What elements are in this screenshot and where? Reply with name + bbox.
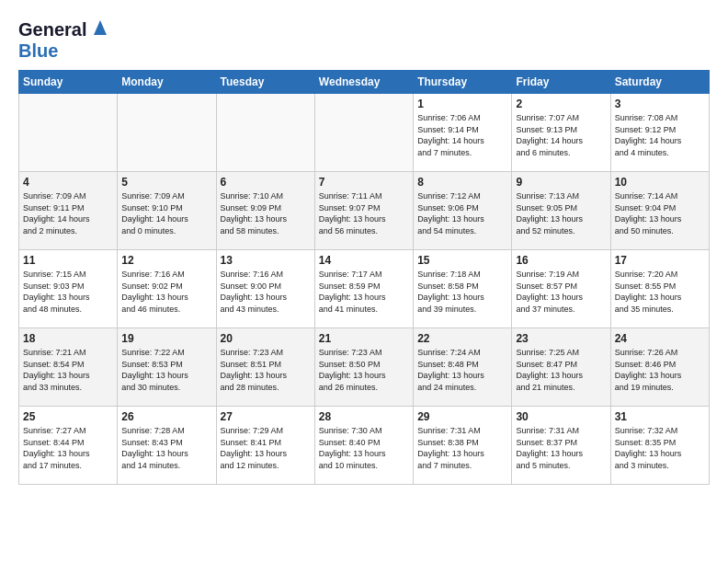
calendar-table: SundayMondayTuesdayWednesdayThursdayFrid… [18,70,710,485]
logo-general: General [18,19,86,40]
day-number: 2 [516,98,606,110]
day-cell: 11Sunrise: 7:15 AM Sunset: 9:03 PM Dayli… [19,250,118,328]
day-cell: 5Sunrise: 7:09 AM Sunset: 9:10 PM Daylig… [118,172,216,250]
day-number: 9 [516,176,606,189]
day-number: 21 [319,332,409,345]
day-number: 30 [516,410,606,423]
day-info: Sunrise: 7:21 AM Sunset: 8:54 PM Dayligh… [23,347,113,393]
day-cell: 3Sunrise: 7:08 AM Sunset: 9:12 PM Daylig… [610,94,709,172]
day-number: 19 [121,332,211,345]
day-info: Sunrise: 7:06 AM Sunset: 9:14 PM Dayligh… [417,112,507,158]
day-cell: 30Sunrise: 7:31 AM Sunset: 8:37 PM Dayli… [512,407,610,485]
week-row-3: 11Sunrise: 7:15 AM Sunset: 9:03 PM Dayli… [19,250,710,328]
day-info: Sunrise: 7:28 AM Sunset: 8:43 PM Dayligh… [121,425,211,471]
day-info: Sunrise: 7:14 AM Sunset: 9:04 PM Dayligh… [615,190,705,236]
logo-blue: Blue [18,40,110,61]
weekday-header-tuesday: Tuesday [216,71,314,94]
day-number: 16 [516,254,606,267]
day-cell: 17Sunrise: 7:20 AM Sunset: 8:55 PM Dayli… [610,250,709,328]
day-info: Sunrise: 7:13 AM Sunset: 9:05 PM Dayligh… [516,190,606,236]
day-number: 5 [121,176,211,189]
day-cell: 29Sunrise: 7:31 AM Sunset: 8:38 PM Dayli… [414,407,512,485]
day-info: Sunrise: 7:27 AM Sunset: 8:44 PM Dayligh… [23,425,113,471]
day-cell: 10Sunrise: 7:14 AM Sunset: 9:04 PM Dayli… [610,172,709,250]
day-cell: 14Sunrise: 7:17 AM Sunset: 8:59 PM Dayli… [314,250,413,328]
weekday-header-friday: Friday [512,71,610,94]
day-cell: 20Sunrise: 7:23 AM Sunset: 8:51 PM Dayli… [216,328,314,407]
day-cell: 31Sunrise: 7:32 AM Sunset: 8:35 PM Dayli… [610,407,709,485]
day-number: 12 [121,254,211,267]
day-info: Sunrise: 7:16 AM Sunset: 9:02 PM Dayligh… [121,269,211,315]
day-number: 24 [615,332,705,345]
day-cell: 13Sunrise: 7:16 AM Sunset: 9:00 PM Dayli… [216,250,314,328]
day-cell [314,94,413,172]
day-info: Sunrise: 7:31 AM Sunset: 8:37 PM Dayligh… [516,425,606,471]
day-number: 18 [23,332,113,345]
logo: General Blue [18,18,110,61]
day-info: Sunrise: 7:26 AM Sunset: 8:46 PM Dayligh… [615,347,705,393]
week-row-5: 25Sunrise: 7:27 AM Sunset: 8:44 PM Dayli… [19,407,710,485]
week-row-2: 4Sunrise: 7:09 AM Sunset: 9:11 PM Daylig… [19,172,710,250]
logo-arrow-icon [90,18,110,37]
day-number: 11 [23,254,113,267]
day-cell: 16Sunrise: 7:19 AM Sunset: 8:57 PM Dayli… [512,250,610,328]
day-cell: 6Sunrise: 7:10 AM Sunset: 9:09 PM Daylig… [216,172,314,250]
day-number: 3 [615,98,705,110]
day-info: Sunrise: 7:09 AM Sunset: 9:10 PM Dayligh… [121,190,211,236]
day-info: Sunrise: 7:10 AM Sunset: 9:09 PM Dayligh… [221,190,311,236]
day-cell: 7Sunrise: 7:11 AM Sunset: 9:07 PM Daylig… [314,172,413,250]
day-info: Sunrise: 7:32 AM Sunset: 8:35 PM Dayligh… [615,425,705,471]
day-info: Sunrise: 7:18 AM Sunset: 8:58 PM Dayligh… [417,269,507,315]
weekday-header-row: SundayMondayTuesdayWednesdayThursdayFrid… [19,71,710,94]
day-cell: 22Sunrise: 7:24 AM Sunset: 8:48 PM Dayli… [414,328,512,407]
day-cell: 27Sunrise: 7:29 AM Sunset: 8:41 PM Dayli… [216,407,314,485]
day-info: Sunrise: 7:16 AM Sunset: 9:00 PM Dayligh… [221,269,311,315]
day-info: Sunrise: 7:15 AM Sunset: 9:03 PM Dayligh… [23,269,113,315]
day-number: 29 [417,410,507,423]
day-cell: 9Sunrise: 7:13 AM Sunset: 9:05 PM Daylig… [512,172,610,250]
svg-marker-0 [94,20,107,35]
day-cell: 24Sunrise: 7:26 AM Sunset: 8:46 PM Dayli… [610,328,709,407]
day-info: Sunrise: 7:29 AM Sunset: 8:41 PM Dayligh… [221,425,311,471]
day-cell: 23Sunrise: 7:25 AM Sunset: 8:47 PM Dayli… [512,328,610,407]
day-number: 22 [417,332,507,345]
day-info: Sunrise: 7:24 AM Sunset: 8:48 PM Dayligh… [417,347,507,393]
day-info: Sunrise: 7:19 AM Sunset: 8:57 PM Dayligh… [516,269,606,315]
day-info: Sunrise: 7:25 AM Sunset: 8:47 PM Dayligh… [516,347,606,393]
day-cell: 18Sunrise: 7:21 AM Sunset: 8:54 PM Dayli… [19,328,118,407]
day-cell: 8Sunrise: 7:12 AM Sunset: 9:06 PM Daylig… [414,172,512,250]
day-info: Sunrise: 7:09 AM Sunset: 9:11 PM Dayligh… [23,190,113,236]
day-cell: 12Sunrise: 7:16 AM Sunset: 9:02 PM Dayli… [118,250,216,328]
day-cell [118,94,216,172]
day-info: Sunrise: 7:31 AM Sunset: 8:38 PM Dayligh… [417,425,507,471]
day-number: 23 [516,332,606,345]
day-number: 10 [615,176,705,189]
day-info: Sunrise: 7:17 AM Sunset: 8:59 PM Dayligh… [319,269,409,315]
day-cell: 15Sunrise: 7:18 AM Sunset: 8:58 PM Dayli… [414,250,512,328]
day-info: Sunrise: 7:23 AM Sunset: 8:51 PM Dayligh… [221,347,311,393]
day-info: Sunrise: 7:23 AM Sunset: 8:50 PM Dayligh… [319,347,409,393]
day-cell: 28Sunrise: 7:30 AM Sunset: 8:40 PM Dayli… [314,407,413,485]
weekday-header-wednesday: Wednesday [314,71,413,94]
day-number: 17 [615,254,705,267]
week-row-1: 1Sunrise: 7:06 AM Sunset: 9:14 PM Daylig… [19,94,710,172]
day-number: 27 [221,410,311,423]
day-cell [216,94,314,172]
day-number: 8 [417,176,507,189]
weekday-header-monday: Monday [118,71,216,94]
day-number: 1 [417,98,507,110]
weekday-header-thursday: Thursday [414,71,512,94]
day-number: 26 [121,410,211,423]
day-number: 20 [221,332,311,345]
weekday-header-saturday: Saturday [610,71,709,94]
day-info: Sunrise: 7:08 AM Sunset: 9:12 PM Dayligh… [615,112,705,158]
day-info: Sunrise: 7:12 AM Sunset: 9:06 PM Dayligh… [417,190,507,236]
day-number: 15 [417,254,507,267]
day-number: 6 [221,176,311,189]
day-info: Sunrise: 7:30 AM Sunset: 8:40 PM Dayligh… [319,425,409,471]
day-info: Sunrise: 7:11 AM Sunset: 9:07 PM Dayligh… [319,190,409,236]
day-info: Sunrise: 7:07 AM Sunset: 9:13 PM Dayligh… [516,112,606,158]
day-number: 28 [319,410,409,423]
day-cell: 25Sunrise: 7:27 AM Sunset: 8:44 PM Dayli… [19,407,118,485]
logo-text-block: General Blue [18,18,110,61]
